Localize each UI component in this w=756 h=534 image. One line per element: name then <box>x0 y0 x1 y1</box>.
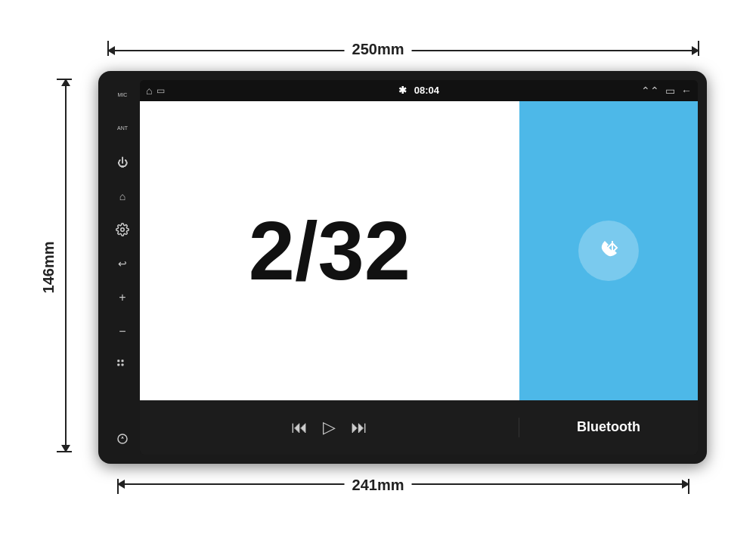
status-time-area: ✱ 08:04 <box>398 85 439 96</box>
vol-down-button[interactable]: − <box>112 321 133 342</box>
status-icons-left: ⌂ ▭ <box>146 85 165 97</box>
bottom-bar: ⏮ ▷ ⏭ Bluetooth <box>140 400 698 455</box>
status-bar: ⌂ ▭ ✱ 08:04 ⌃⌃ ▭ ← <box>140 80 698 101</box>
home-button[interactable]: ⌂ <box>112 186 133 207</box>
svg-rect-3 <box>117 364 119 366</box>
bluetooth-label: Bluetooth <box>577 419 640 435</box>
bluetooth-label-area: Bluetooth <box>519 419 698 435</box>
nav-button[interactable] <box>112 428 133 449</box>
power-button[interactable]: ⏻ <box>112 152 133 173</box>
amp-label: ANT <box>112 118 133 139</box>
svg-rect-2 <box>122 360 124 363</box>
svg-point-0 <box>121 228 125 232</box>
filler-button1 <box>112 388 133 396</box>
signal-icon: ⌃⌃ <box>641 85 659 97</box>
svg-point-5 <box>118 434 127 443</box>
device-screen: ⌂ ▭ ✱ 08:04 ⌃⌃ ▭ ← <box>140 80 698 455</box>
window-icon: ▭ <box>665 85 675 97</box>
bluetooth-circle <box>578 221 639 281</box>
forward-button[interactable]: ⏭ <box>351 418 367 437</box>
phone-bluetooth-icon <box>590 232 627 270</box>
diagram-container: 250mm 241mm 146mm MIC ANT ⏻ ⌂ ↩ <box>15 11 741 524</box>
rewind-button[interactable]: ⏮ <box>291 418 308 437</box>
spec-overlay: 2/32 <box>140 101 519 400</box>
dot-1 <box>417 393 421 397</box>
svg-marker-6 <box>121 437 124 440</box>
side-strip: MIC ANT ⏻ ⌂ ↩ + − <box>107 80 138 455</box>
back-button[interactable]: ↩ <box>112 253 133 274</box>
left-dimension-line <box>65 79 67 452</box>
play-button[interactable]: ▷ <box>323 418 336 437</box>
device-outer: MIC ANT ⏻ ⌂ ↩ + − <box>98 71 707 464</box>
back-nav-icon: ← <box>681 85 692 97</box>
vol-up-button[interactable]: + <box>112 287 133 308</box>
spec-text: 2/32 <box>249 209 411 292</box>
mic-label: MIC <box>112 85 133 106</box>
filler-button2 <box>112 409 133 416</box>
dot-indicator <box>417 393 421 397</box>
status-icons-right: ⌃⌃ ▭ ← <box>641 85 692 97</box>
left-dimension-label: 146mm <box>40 241 57 293</box>
svg-rect-4 <box>122 364 124 366</box>
svg-rect-1 <box>117 360 119 363</box>
apps-button[interactable] <box>112 354 133 375</box>
bluetooth-panel <box>519 101 698 400</box>
media-controls: ⏮ ▷ ⏭ <box>140 418 519 437</box>
top-dimension-label: 250mm <box>345 41 412 58</box>
status-time: 08:04 <box>414 85 439 96</box>
screenshot-icon: ▭ <box>156 85 165 96</box>
bluetooth-status-icon: ✱ <box>398 85 407 96</box>
bottom-dimension-label: 241mm <box>345 477 412 494</box>
settings-button[interactable] <box>112 219 133 240</box>
home-icon: ⌂ <box>146 85 152 97</box>
